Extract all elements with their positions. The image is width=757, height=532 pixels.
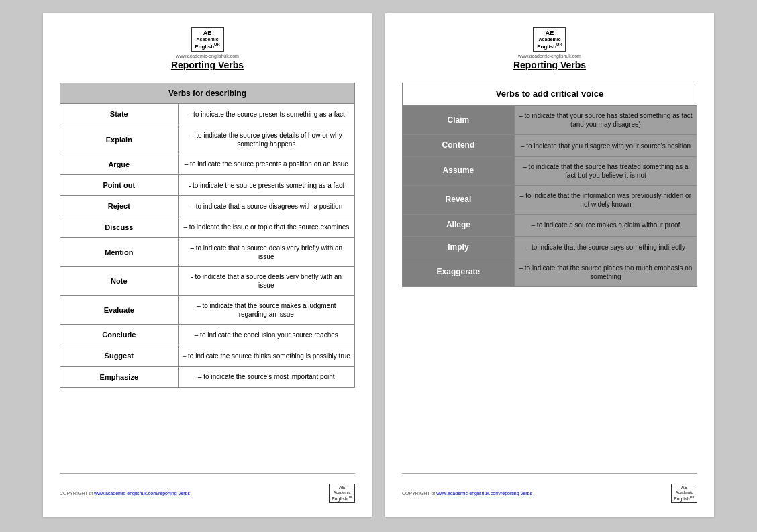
table-row: Reject – to indicate that a source disag… xyxy=(60,196,355,217)
verb-cell: Mention xyxy=(60,237,179,266)
footer-copyright-1: COPYRIGHT of www.academic-englishuk.com/… xyxy=(60,491,190,496)
footer-link-1[interactable]: www.academic-englishuk.com/reporting-ver… xyxy=(94,491,190,496)
table-row: Point out - to indicate the source prese… xyxy=(60,175,355,196)
desc-cell: – to indicate the source's most importan… xyxy=(178,366,354,387)
table-row: Contend – to indicate that you disagree … xyxy=(403,135,697,157)
desc-cell: - to indicate the source presents someth… xyxy=(178,175,354,196)
verb-cell: Emphasize xyxy=(60,366,179,387)
verb-cell: Evaluate xyxy=(60,295,179,324)
page-title-1: Reporting Verbs xyxy=(171,60,244,70)
critical-verb-cell: Contend xyxy=(403,135,515,157)
footer-logo-box-1: AE Academic EnglishUK xyxy=(329,484,355,503)
footer-copyright-2: COPYRIGHT of www.academic-englishuk.com/… xyxy=(402,491,532,496)
verb-cell: Suggest xyxy=(60,345,179,366)
verb-cell: Reject xyxy=(60,196,179,217)
footer-2: COPYRIGHT of www.academic-englishuk.com/… xyxy=(402,473,697,503)
page-1: AE Academic EnglishUK www.academic-engli… xyxy=(43,13,372,517)
critical-desc-cell: – to indicate a source makes a claim wit… xyxy=(514,214,697,236)
table-row: Conclude – to indicate the conclusion yo… xyxy=(60,324,355,345)
verb-cell: Point out xyxy=(60,175,179,196)
desc-cell: – to indicate the source presents a posi… xyxy=(178,154,354,174)
critical-desc-cell: – to indicate that the information was p… xyxy=(514,185,697,214)
desc-cell: – to indicate the source presents someth… xyxy=(178,104,354,125)
critical-desc-cell: – to indicate that your source has state… xyxy=(514,106,697,135)
header-2: AE Academic EnglishUK www.academic-engli… xyxy=(402,27,697,76)
verbs-critical-table: Verbs to add critical voice Claim – to i… xyxy=(402,83,697,287)
table-row: Assume – to indicate that the source has… xyxy=(403,156,697,185)
verb-cell: Discuss xyxy=(60,217,179,237)
table-row: Reveal – to indicate that the informatio… xyxy=(403,185,697,214)
desc-cell: – to indicate the issue or topic that th… xyxy=(178,217,354,237)
table-row: State – to indicate the source presents … xyxy=(60,104,355,125)
table-row: Evaluate – to indicate that the source m… xyxy=(60,295,355,324)
page-title-2: Reporting Verbs xyxy=(513,60,586,70)
table-row: Emphasize – to indicate the source's mos… xyxy=(60,366,355,387)
table-row: Mention – to indicate that a source deal… xyxy=(60,237,355,266)
page-2: AE Academic EnglishUK www.academic-engli… xyxy=(385,13,714,517)
verb-cell: State xyxy=(60,104,179,125)
table-row: Argue – to indicate the source presents … xyxy=(60,154,355,174)
desc-cell: – to indicate that the source makes a ju… xyxy=(178,295,354,324)
table-header-2: Verbs to add critical voice xyxy=(403,83,697,106)
critical-verb-cell: Reveal xyxy=(403,185,515,214)
table-row: Suggest – to indicate the source thinks … xyxy=(60,345,355,366)
critical-desc-cell: – to indicate that you disagree with you… xyxy=(514,135,697,157)
table-row: Imply – to indicate that the source says… xyxy=(403,236,697,258)
desc-cell: – to indicate the source gives details o… xyxy=(178,125,354,154)
footer-1: COPYRIGHT of www.academic-englishuk.com/… xyxy=(60,473,355,503)
website-2: www.academic-englishuk.com xyxy=(518,54,581,58)
critical-verb-cell: Imply xyxy=(403,236,515,258)
desc-cell: – to indicate the conclusion your source… xyxy=(178,324,354,345)
verb-cell: Conclude xyxy=(60,324,179,345)
table-row: Discuss – to indicate the issue or topic… xyxy=(60,217,355,237)
critical-desc-cell: – to indicate that the source has treate… xyxy=(514,156,697,185)
table-row: Allege – to indicate a source makes a cl… xyxy=(403,214,697,236)
website-1: www.academic-englishuk.com xyxy=(176,54,239,58)
critical-verb-cell: Allege xyxy=(403,214,515,236)
header-1: AE Academic EnglishUK www.academic-engli… xyxy=(60,27,355,76)
critical-verb-cell: Claim xyxy=(403,106,515,135)
desc-cell: – to indicate the source thinks somethin… xyxy=(178,345,354,366)
footer-logo-1: AE Academic EnglishUK xyxy=(329,484,355,503)
footer-logo-2: AE Academic EnglishUK xyxy=(671,484,697,503)
critical-verb-cell: Exaggerate xyxy=(403,258,515,287)
verbs-describing-table: Verbs for describing State – to indicate… xyxy=(60,83,355,387)
table-row: Explain – to indicate the source gives d… xyxy=(60,125,355,154)
footer-logo-box-2: AE Academic EnglishUK xyxy=(671,484,697,503)
critical-verb-cell: Assume xyxy=(403,156,515,185)
desc-cell: – to indicate that a source disagrees wi… xyxy=(178,196,354,217)
critical-desc-cell: – to indicate that the source places too… xyxy=(514,258,697,287)
verb-cell: Note xyxy=(60,266,179,295)
table-row: Note - to indicate that a source deals v… xyxy=(60,266,355,295)
logo-2: AE Academic EnglishUK xyxy=(533,27,566,52)
table-row: Claim – to indicate that your source has… xyxy=(403,106,697,135)
critical-desc-cell: – to indicate that the source says somet… xyxy=(514,236,697,258)
verb-cell: Explain xyxy=(60,125,179,154)
verb-cell: Argue xyxy=(60,154,179,174)
table-header-1: Verbs for describing xyxy=(60,83,355,104)
footer-link-2[interactable]: www.academic-englishuk.com/reporting-ver… xyxy=(436,491,532,496)
logo-1: AE Academic EnglishUK xyxy=(191,27,224,52)
desc-cell: – to indicate that a source deals very b… xyxy=(178,237,354,266)
table-row: Exaggerate – to indicate that the source… xyxy=(403,258,697,287)
desc-cell: - to indicate that a source deals very b… xyxy=(178,266,354,295)
